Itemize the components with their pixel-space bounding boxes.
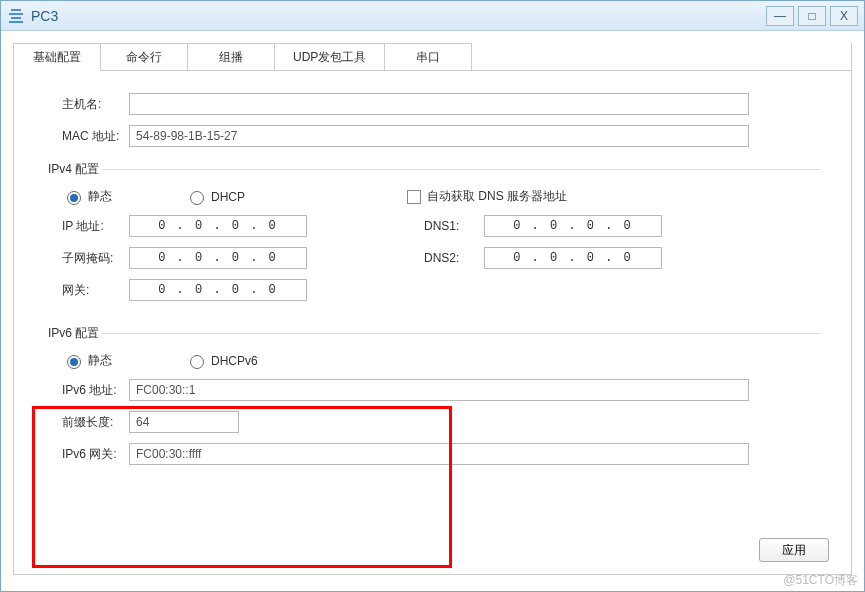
mac-label: MAC 地址:: [44, 128, 129, 145]
ipv4-dhcp-label: DHCP: [211, 190, 245, 204]
ipv4-static-label: 静态: [88, 188, 112, 205]
ipv6-gw-input[interactable]: [129, 443, 749, 465]
ipv6-addr-label: IPv6 地址:: [44, 382, 129, 399]
ipv4-legend: IPv4 配置: [44, 161, 103, 178]
ipv6-legend: IPv6 配置: [44, 325, 103, 342]
ip-label: IP 地址:: [44, 218, 129, 235]
mac-input[interactable]: [129, 125, 749, 147]
hostname-input[interactable]: [129, 93, 749, 115]
dns2-label: DNS2:: [424, 251, 484, 265]
tab-udp-tool[interactable]: UDP发包工具: [274, 43, 385, 71]
autodns-wrap[interactable]: 自动获取 DNS 服务器地址: [407, 188, 567, 205]
tab-cmdline[interactable]: 命令行: [100, 43, 188, 71]
dns2-input[interactable]: 0 . 0 . 0 . 0: [484, 247, 662, 269]
ipv4-dhcp-radio-wrap[interactable]: DHCP: [152, 188, 245, 205]
mask-input[interactable]: 0 . 0 . 0 . 0: [129, 247, 307, 269]
hostname-label: 主机名:: [44, 96, 129, 113]
watermark: @51CTO博客: [783, 572, 858, 589]
dns1-label: DNS1:: [424, 219, 484, 233]
tab-serial[interactable]: 串口: [384, 43, 472, 71]
ip-input[interactable]: 0 . 0 . 0 . 0: [129, 215, 307, 237]
ipv4-static-radio-wrap[interactable]: 静态: [44, 188, 112, 205]
autodns-label: 自动获取 DNS 服务器地址: [427, 188, 567, 205]
tab-multicast[interactable]: 组播: [187, 43, 275, 71]
tab-basic[interactable]: 基础配置: [13, 43, 101, 71]
ipv6-prefix-input[interactable]: [129, 411, 239, 433]
ipv6-dhcp-radio-wrap[interactable]: DHCPv6: [152, 352, 258, 369]
ipv4-dhcp-radio[interactable]: [190, 191, 204, 205]
close-button[interactable]: X: [830, 6, 858, 26]
ipv4-fieldset: IPv4 配置 静态 DHCP 自动获取 DNS 服务器地址: [44, 161, 821, 311]
ipv6-prefix-label: 前缀长度:: [44, 414, 129, 431]
ipv6-dhcp-label: DHCPv6: [211, 354, 258, 368]
titlebar: PC3 — □ X: [1, 1, 864, 31]
app-window: PC3 — □ X 基础配置 命令行 组播 UDP发包工具 串口 主机名: MA…: [0, 0, 865, 592]
minimize-button[interactable]: —: [766, 6, 794, 26]
autodns-checkbox[interactable]: [407, 190, 421, 204]
tab-bar: 基础配置 命令行 组播 UDP发包工具 串口: [13, 43, 851, 71]
dns1-input[interactable]: 0 . 0 . 0 . 0: [484, 215, 662, 237]
ipv6-static-radio[interactable]: [67, 355, 81, 369]
window-title: PC3: [31, 8, 58, 24]
apply-button[interactable]: 应用: [759, 538, 829, 562]
ipv6-gw-label: IPv6 网关:: [44, 446, 129, 463]
ipv6-dhcp-radio[interactable]: [190, 355, 204, 369]
ipv4-static-radio[interactable]: [67, 191, 81, 205]
ipv6-static-radio-wrap[interactable]: 静态: [44, 352, 112, 369]
maximize-button[interactable]: □: [798, 6, 826, 26]
ipv6-fieldset: IPv6 配置 静态 DHCPv6 IPv6 地址:: [44, 325, 821, 475]
app-icon: [7, 7, 25, 25]
mask-label: 子网掩码:: [44, 250, 129, 267]
ipv6-addr-input[interactable]: [129, 379, 749, 401]
main-panel: 基础配置 命令行 组播 UDP发包工具 串口 主机名: MAC 地址: IPv4…: [13, 43, 852, 575]
gw-label: 网关:: [44, 282, 129, 299]
gw-input[interactable]: 0 . 0 . 0 . 0: [129, 279, 307, 301]
ipv6-static-label: 静态: [88, 352, 112, 369]
